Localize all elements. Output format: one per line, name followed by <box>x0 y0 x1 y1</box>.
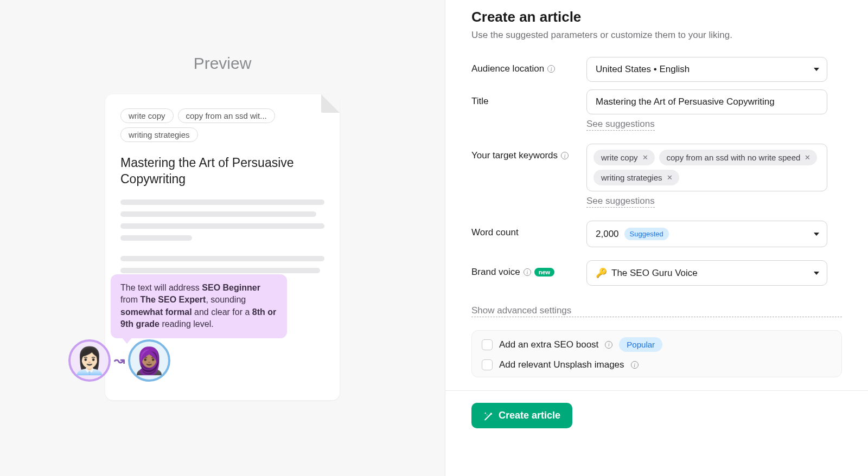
wordcount-value: 2,000 <box>596 229 619 240</box>
info-icon[interactable]: i <box>631 361 639 369</box>
title-label: Title <box>471 96 489 107</box>
skeleton-line <box>120 223 324 229</box>
info-icon[interactable]: i <box>547 65 555 73</box>
magic-wand-icon <box>483 411 493 421</box>
skeleton-line <box>120 235 192 241</box>
author-avatar: 👩🏻‍💼 <box>68 339 111 382</box>
keyword-text: writing strategies <box>601 173 662 182</box>
see-suggestions-link[interactable]: See suggestions <box>586 196 655 208</box>
popular-badge: Popular <box>619 337 662 352</box>
preview-tag: copy from an ssd wit... <box>178 108 275 123</box>
remove-keyword-icon[interactable]: ✕ <box>641 153 649 162</box>
title-input[interactable]: Mastering the Art of Persuasive Copywrit… <box>586 89 827 114</box>
keyword-pill: writing strategies✕ <box>593 170 679 185</box>
remove-keyword-icon[interactable]: ✕ <box>803 153 812 162</box>
skeleton-line <box>120 211 316 217</box>
skeleton-line <box>120 256 324 261</box>
wordcount-label: Word count <box>471 227 519 238</box>
preview-tag: writing strategies <box>120 127 198 142</box>
fold-icon <box>321 94 340 113</box>
form-pane: Create an article Use the suggested para… <box>445 0 868 476</box>
create-article-label: Create article <box>499 410 560 421</box>
seo-boost-checkbox[interactable] <box>482 339 493 350</box>
preview-pane: Preview write copycopy from an ssd wit..… <box>0 0 445 476</box>
unsplash-label: Add relevant Unsplash images <box>499 359 624 370</box>
remove-keyword-icon[interactable]: ✕ <box>666 173 674 182</box>
chevron-down-icon <box>814 272 819 275</box>
keyword-text: copy from an ssd with no write speed <box>667 153 801 162</box>
arrow-icon: ↝ <box>114 353 125 368</box>
audience-select[interactable]: United States • English <box>586 57 827 82</box>
seo-boost-label: Add an extra SEO boost <box>499 339 598 350</box>
brand-voice-value: The SEO Guru Voice <box>611 268 698 279</box>
wordcount-select[interactable]: 2,000 Suggested <box>586 221 827 247</box>
info-icon[interactable]: i <box>605 341 612 349</box>
show-advanced-link[interactable]: Show advanced settings <box>471 305 842 317</box>
skeleton-line <box>120 268 320 273</box>
skeleton-line <box>120 200 324 205</box>
suggested-badge: Suggested <box>624 228 669 240</box>
chevron-down-icon <box>814 68 819 71</box>
avatar-relation: 👩🏻‍💼 ↝ 🧕🏽 <box>68 339 170 382</box>
new-badge: new <box>534 268 554 276</box>
preview-heading: Preview <box>194 54 252 73</box>
extra-options-box: Add an extra SEO boost i Popular Add rel… <box>471 330 842 377</box>
keywords-input[interactable]: write copy✕copy from an ssd with no writ… <box>586 144 827 191</box>
page-subtitle: Use the suggested parameters or customiz… <box>471 30 842 41</box>
preview-article-title: Mastering the Art of Persuasive Copywrit… <box>120 155 324 188</box>
brand-voice-tooltip: The text will address SEO Beginner from … <box>111 274 287 338</box>
info-icon[interactable]: i <box>524 268 531 276</box>
preview-tag-list: write copycopy from an ssd wit...writing… <box>120 108 324 142</box>
brand-voice-select[interactable]: 🔑 The SEO Guru Voice <box>586 260 827 286</box>
see-suggestions-link[interactable]: See suggestions <box>586 119 655 131</box>
info-icon[interactable]: i <box>561 152 569 159</box>
preview-document: write copycopy from an ssd wit...writing… <box>105 94 340 400</box>
audience-avatar: 🧕🏽 <box>128 339 170 382</box>
audience-value: United States • English <box>596 64 690 75</box>
preview-tag: write copy <box>120 108 174 123</box>
brand-label: Brand voice <box>471 267 520 278</box>
keyword-pill: copy from an ssd with no write speed✕ <box>659 150 818 165</box>
keyword-text: write copy <box>601 153 638 162</box>
chevron-down-icon <box>814 233 819 236</box>
unsplash-checkbox[interactable] <box>482 359 493 370</box>
key-icon: 🔑 <box>596 267 607 279</box>
title-value: Mastering the Art of Persuasive Copywrit… <box>596 97 775 107</box>
keywords-label: Your target keywords <box>471 150 558 161</box>
keyword-pill: write copy✕ <box>593 150 655 165</box>
create-article-button[interactable]: Create article <box>471 403 572 428</box>
page-title: Create an article <box>471 9 842 25</box>
audience-label: Audience location <box>471 63 544 74</box>
